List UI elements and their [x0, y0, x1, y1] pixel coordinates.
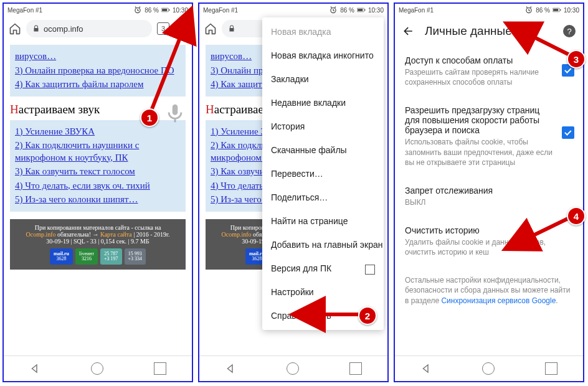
alarm-icon [329, 6, 338, 14]
menu-item-history[interactable]: История [262, 115, 384, 138]
battery-text: 86 % [145, 7, 159, 14]
page-link[interactable]: 4) Что делать, если звук оч. тихий [15, 180, 181, 192]
page-link[interactable]: 3) Как озвучить текст голосом [15, 166, 181, 178]
svg-line-16 [149, 33, 182, 115]
svg-point-4 [179, 24, 181, 26]
chrome-overflow-menu: Новая вкладка Новая вкладка инкогнито За… [262, 17, 384, 330]
menu-item-new-tab[interactable]: Новая вкладка [262, 20, 384, 44]
setting-do-not-track[interactable]: Запрет отслеживания ВЫКЛ [395, 176, 583, 216]
svg-line-19 [528, 217, 572, 238]
menu-item-bookmarks[interactable]: Закладки [262, 67, 384, 91]
annotation-badge-4: 4 [567, 207, 586, 225]
svg-rect-10 [358, 9, 363, 11]
setting-preload-pages[interactable]: Разрешить предзагрузку страниц для повыш… [395, 96, 583, 176]
annotation-arrow-1 [143, 28, 193, 121]
back-nav-icon[interactable] [420, 363, 432, 374]
annotation-badge-3: 3 [567, 50, 586, 68]
sync-link[interactable]: Синхронизация сервисов Google [441, 296, 556, 305]
svg-rect-14 [553, 9, 558, 11]
svg-rect-15 [560, 9, 561, 11]
menu-item-downloads[interactable]: Скачанные файлы [262, 138, 384, 162]
checkbox-icon[interactable] [562, 126, 574, 139]
home-nav-icon[interactable] [287, 362, 299, 375]
footer-link[interactable]: Карта сайта [100, 231, 132, 238]
counter-badge[interactable]: mail.ru3628 [50, 248, 73, 265]
alarm-icon [133, 6, 142, 14]
phone-screenshot-2: MegaFon #1 86 %10:30 вирусов… 3) Онлайн … [198, 2, 389, 382]
menu-item-desktop-site[interactable]: Версия для ПК [262, 257, 384, 280]
statusbar: MegaFon #1 86 %10:30 [199, 4, 387, 16]
android-navbar [4, 355, 192, 381]
menu-item-translate[interactable]: Перевести… [262, 162, 384, 186]
home-nav-icon[interactable] [91, 362, 103, 375]
annotation-arrow-2 [315, 308, 364, 321]
checkbox-icon[interactable] [365, 265, 375, 275]
settings-footer-note: Остальные настройки конфиденциальности, … [395, 266, 583, 315]
home-icon[interactable] [9, 22, 21, 35]
counter-badge[interactable]: liveинт3216 [75, 248, 98, 265]
menu-item-settings[interactable]: Настройки [262, 280, 384, 304]
clock-text: 10:30 [173, 7, 188, 14]
url-text: ocomp.info [44, 24, 83, 34]
carrier-text: MegaFon #1 [7, 7, 42, 14]
back-arrow-icon[interactable] [402, 25, 415, 37]
statusbar: MegaFon #1 86 % 10:30 [4, 4, 192, 16]
recents-nav-icon[interactable] [545, 362, 557, 375]
menu-item-find[interactable]: Найти на странице [262, 209, 384, 233]
back-nav-icon[interactable] [225, 363, 236, 374]
footer-link[interactable]: Ocomp.info [26, 231, 56, 238]
battery-icon [552, 6, 561, 14]
recents-nav-icon[interactable] [349, 362, 362, 375]
page-link[interactable]: 1) Усиление ЗВУКА [15, 126, 181, 138]
alarm-icon [524, 6, 533, 14]
back-nav-icon[interactable] [29, 363, 40, 374]
svg-line-18 [529, 35, 572, 56]
android-navbar [395, 355, 583, 381]
statusbar: MegaFon #1 86 %10:30 [395, 4, 583, 16]
menu-item-add-home[interactable]: Добавить на главный экран [262, 233, 384, 257]
battery-icon [161, 6, 170, 14]
page-link[interactable]: 2) Как подключить наушники с микрофоном … [15, 139, 181, 164]
menu-item-incognito[interactable]: Новая вкладка инкогнито [262, 44, 384, 67]
lock-icon [228, 25, 235, 32]
home-icon[interactable] [204, 22, 217, 35]
annotation-badge-1: 1 [140, 108, 159, 127]
home-nav-icon[interactable] [482, 362, 495, 375]
counter-badge[interactable]: 25 787+3 197 [100, 248, 122, 265]
recents-nav-icon[interactable] [154, 362, 166, 375]
svg-rect-3 [169, 9, 169, 11]
url-bar[interactable]: ocomp.info [26, 20, 152, 37]
links-box-sound: 1) Усиление ЗВУКА 2) Как подключить науш… [10, 120, 186, 212]
menu-item-share[interactable]: Поделиться… [262, 186, 384, 209]
annotation-badge-2: 2 [358, 306, 377, 325]
svg-rect-11 [364, 9, 365, 11]
svg-rect-2 [162, 9, 167, 11]
battery-icon [357, 6, 366, 14]
android-navbar [199, 355, 387, 381]
page-link[interactable]: 5) Из-за чего колонки шипят… [15, 194, 181, 206]
lock-icon [32, 25, 40, 32]
counter-badge[interactable]: 15 993+3 334 [125, 248, 146, 265]
page-footer: При копировании материалов сайта - ссылк… [10, 219, 186, 270]
menu-item-recent-tabs[interactable]: Недавние вкладки [262, 91, 384, 115]
